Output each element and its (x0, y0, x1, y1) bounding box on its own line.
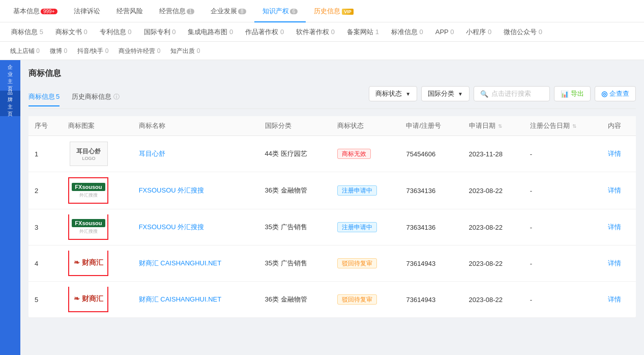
cell-apply-date: 2023-08-22 (463, 209, 524, 245)
subnav-trademark-info[interactable]: 商标信息 5 (5, 22, 49, 42)
table-row: 4 ❧ 财商汇 财商汇 CAISHANGHUI.NET 35类 广告销售 驳回待… (28, 245, 636, 282)
subnav-trademark-docs[interactable]: 商标文书 0 (49, 22, 94, 42)
cell-class: 44类 医疗园艺 (259, 136, 331, 172)
cell-pub-date: - (524, 209, 602, 245)
col-reg-no: 申请/注册号 (400, 116, 462, 136)
left-sidebar: 企业主页 品牌主页 (0, 60, 20, 355)
col-status: 商标状态 (331, 116, 400, 136)
detail-link[interactable]: 详情 (608, 186, 621, 194)
nav-enterprise-dev[interactable]: 企业发展8 (202, 0, 254, 22)
cell-name: 耳目心舒 (133, 136, 259, 172)
thirdnav-online-shop[interactable]: 线上店铺 0 (5, 42, 45, 60)
trademark-name-link[interactable]: 财商汇 CAISHANGHUI.NET (139, 295, 222, 303)
search-icon: 🔍 (480, 90, 488, 98)
nav-intellectual-property[interactable]: 知识产权6 (254, 0, 306, 22)
subnav-app[interactable]: APP 0 (429, 22, 460, 42)
cell-image: FXsousou 外汇搜搜 (62, 172, 132, 209)
table-row: 1 耳目心舒 LOGO 耳目心舒 44类 医疗园艺 商标无效 75454606 (28, 136, 636, 172)
subnav-miniprogram[interactable]: 小程序 0 (460, 22, 497, 42)
inner-tab-trademark-info[interactable]: 商标信息5 (28, 88, 60, 106)
cell-image: FXsousou 外汇搜搜 (62, 209, 132, 245)
status-badge: 注册申请中 (337, 222, 377, 232)
trademark-name-link[interactable]: FXSOUSOU 外汇搜搜 (139, 186, 204, 194)
nav-history-info[interactable]: 历史信息VIP (306, 0, 362, 22)
col-apply-date: 申请日期 ⇅ (463, 116, 524, 136)
subnav-intl-patent[interactable]: 国际专利 0 (138, 22, 182, 42)
status-badge: 商标无效 (337, 149, 371, 159)
cell-status: 商标无效 (331, 136, 400, 172)
export-icon: 📊 (561, 90, 569, 98)
cell-content: 详情 (602, 209, 636, 245)
subnav-works-copyright[interactable]: 作品著作权 0 (239, 22, 290, 42)
third-navigation: 线上店铺 0 微博 0 抖音/快手 0 商业特许经营 0 知产出质 0 (0, 42, 644, 60)
detail-link[interactable]: 详情 (608, 223, 621, 231)
table-row: 2 FXsousou 外汇搜搜 FXSOUSOU 外汇搜搜 36类 金融物管 注… (28, 172, 636, 209)
subnav-standard-info[interactable]: 标准信息 0 (385, 22, 429, 42)
col-class: 国际分类 (259, 116, 331, 136)
cell-name: FXSOUSOU 外汇搜搜 (133, 172, 259, 209)
cell-image: ❧ 财商汇 (62, 282, 132, 318)
qichacha-icon: ◎ (601, 90, 607, 98)
trademark-name-link[interactable]: FXSOUSOU 外汇搜搜 (139, 223, 204, 231)
cell-content: 详情 (602, 172, 636, 209)
cell-content: 详情 (602, 245, 636, 282)
search-input[interactable]: 🔍 点击进行搜索 (474, 86, 550, 101)
cell-class: 36类 金融物管 (259, 282, 331, 318)
detail-link[interactable]: 详情 (608, 295, 621, 303)
cell-status: 驳回待复审 (331, 245, 400, 282)
chevron-down-icon: ▼ (458, 91, 463, 97)
sidebar-enterprise-home[interactable]: 企业主页 (0, 65, 20, 91)
info-icon[interactable]: ⓘ (113, 93, 120, 100)
nav-operation-risk[interactable]: 经营风险 (108, 0, 151, 22)
trademark-name-link[interactable]: 耳目心舒 (139, 150, 165, 157)
thirdnav-franchise[interactable]: 商业特许经营 0 (113, 42, 165, 60)
export-button[interactable]: 📊 导出 (554, 86, 591, 101)
cell-pub-date: - (524, 172, 602, 209)
cell-index: 4 (28, 245, 62, 282)
cell-status: 注册申请中 (331, 172, 400, 209)
inner-tab-history-trademark[interactable]: 历史商标信息ⓘ (72, 88, 120, 106)
col-index: 序号 (28, 116, 62, 136)
cell-index: 2 (28, 172, 62, 209)
thirdnav-douyin[interactable]: 抖音/快手 0 (72, 42, 113, 60)
section-title: 商标信息 (28, 68, 636, 79)
col-name: 商标名称 (133, 116, 259, 136)
cell-apply-date: 2023-08-22 (463, 282, 524, 318)
subnav-ic-layout[interactable]: 集成电路布图 0 (182, 22, 239, 42)
thirdnav-ip-pledge[interactable]: 知产出质 0 (165, 42, 205, 60)
trademark-name-link[interactable]: 财商汇 CAISHANGHUI.NET (139, 259, 222, 267)
cell-image: ❧ 财商汇 (62, 245, 132, 282)
cell-apply-date: 2023-08-22 (463, 245, 524, 282)
class-dropdown[interactable]: 国际分类 ▼ (421, 86, 470, 101)
status-dropdown[interactable]: 商标状态 ▼ (369, 86, 417, 101)
nav-operation-info[interactable]: 经营信息1 (151, 0, 203, 22)
table-row: 3 FXsousou 外汇搜搜 FXSOUSOU 外汇搜搜 35类 广告销售 注… (28, 209, 636, 245)
cell-apply-date: 2023-11-28 (463, 136, 524, 172)
nav-basic-info[interactable]: 基本信息999+ (5, 0, 66, 22)
cell-reg-no: 73634136 (400, 209, 462, 245)
qichacha-button[interactable]: ◎ 企查查 (595, 86, 636, 101)
toolbar: 商标状态 ▼ 国际分类 ▼ 🔍 点击进行搜索 📊 导出 ◎ 企查查 (369, 86, 636, 101)
top-navigation: 基本信息999+ 法律诉讼 经营风险 经营信息1 企业发展8 知识产权6 历史信… (0, 0, 644, 22)
cell-pub-date: - (524, 282, 602, 318)
thirdnav-weibo[interactable]: 微博 0 (45, 42, 72, 60)
cell-index: 3 (28, 209, 62, 245)
nav-legal[interactable]: 法律诉讼 (66, 0, 108, 22)
cell-class: 35类 广告销售 (259, 209, 331, 245)
col-pub-date: 注册公告日期 ⇅ (524, 116, 602, 136)
col-content: 内容 (602, 116, 636, 136)
cell-reg-no: 73634136 (400, 172, 462, 209)
subnav-website[interactable]: 备案网站 1 (341, 22, 385, 42)
cell-index: 1 (28, 136, 62, 172)
table-row: 5 ❧ 财商汇 财商汇 CAISHANGHUI.NET 36类 金融物管 驳回待… (28, 282, 636, 318)
subnav-wechat[interactable]: 微信公众号 0 (497, 22, 548, 42)
sidebar-brand-home[interactable]: 品牌主页 (0, 91, 20, 116)
cell-apply-date: 2023-08-22 (463, 172, 524, 209)
cell-reg-no: 75454606 (400, 136, 462, 172)
subnav-software-copyright[interactable]: 软件著作权 0 (290, 22, 341, 42)
detail-link[interactable]: 详情 (608, 150, 621, 157)
status-badge: 驳回待复审 (337, 294, 377, 305)
subnav-patent-info[interactable]: 专利信息 0 (94, 22, 138, 42)
detail-link[interactable]: 详情 (608, 259, 621, 267)
cell-reg-no: 73614943 (400, 245, 462, 282)
